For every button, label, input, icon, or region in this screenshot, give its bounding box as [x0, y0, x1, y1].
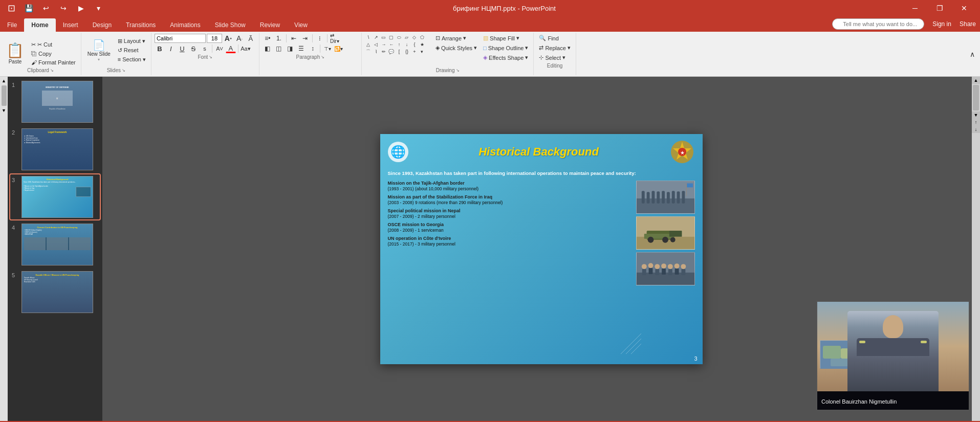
- cut-button[interactable]: ✂ ✂ Cut: [29, 40, 78, 49]
- shape-triangle[interactable]: △: [365, 41, 372, 48]
- slide-scroll-up[interactable]: ▲: [1, 77, 7, 84]
- copy-button[interactable]: ⿻ Copy: [29, 50, 78, 58]
- ribbon-collapse-button[interactable]: ∧: [967, 50, 977, 59]
- shape-brace[interactable]: {}: [403, 48, 410, 55]
- canvas-scroll-next[interactable]: ↓: [972, 126, 980, 133]
- char-spacing-button[interactable]: AV: [214, 44, 225, 53]
- redo-button[interactable]: ↪: [56, 1, 71, 15]
- canvas-scroll-up[interactable]: ▲: [972, 77, 980, 84]
- canvas-scroll-down[interactable]: ▼: [972, 112, 980, 119]
- tab-animations[interactable]: Animations: [163, 18, 207, 32]
- drawing-expand-icon[interactable]: ↘: [456, 68, 460, 73]
- present-button[interactable]: ▶: [74, 1, 88, 15]
- layout-button[interactable]: ⊞ Layout ▾: [116, 37, 148, 46]
- shape-curly[interactable]: {: [411, 41, 418, 48]
- replace-button[interactable]: ⇄ Replace ▾: [537, 43, 572, 52]
- shape-rtriangle[interactable]: ◁: [373, 41, 380, 48]
- reset-button[interactable]: ↺ Reset: [116, 46, 148, 55]
- shape-curve[interactable]: ⌇: [373, 48, 380, 55]
- shape-parallelogram[interactable]: ▱: [403, 34, 410, 41]
- justify-button[interactable]: ☰: [296, 44, 307, 53]
- share-button[interactable]: Share: [955, 19, 980, 29]
- shape-diamond[interactable]: ◇: [411, 34, 418, 41]
- text-direction-button[interactable]: ⇄ Dir▾: [330, 34, 340, 43]
- bullets-button[interactable]: ≡•: [263, 34, 273, 43]
- section-button[interactable]: ≡ Section ▾: [116, 55, 148, 64]
- font-size-input[interactable]: [207, 34, 222, 43]
- close-button[interactable]: ✕: [952, 0, 976, 16]
- strikethrough-button[interactable]: S: [188, 44, 199, 53]
- slide-scroll-down[interactable]: ▼: [1, 107, 7, 114]
- underline-button[interactable]: U: [177, 44, 187, 53]
- slide-thumb-3[interactable]: 3 Historical Background Since 1993, Kaza…: [10, 174, 100, 219]
- align-text-button[interactable]: ⊤▾: [322, 44, 333, 53]
- tab-file[interactable]: File: [0, 18, 24, 32]
- qat-dropdown[interactable]: ▾: [91, 1, 105, 15]
- shape-arrow-l[interactable]: ←: [388, 41, 395, 48]
- undo-button[interactable]: ↩: [39, 1, 53, 15]
- slide-panel-scrollbar[interactable]: ▲ ▼: [0, 77, 8, 421]
- shape-plus[interactable]: +: [411, 48, 418, 55]
- clipboard-expand-icon[interactable]: ↘: [50, 68, 54, 73]
- shape-arrow-r[interactable]: →: [380, 41, 387, 48]
- arrange-button[interactable]: ⊡ Arrange ▾: [433, 34, 479, 42]
- shape-fill-button[interactable]: ▧ Shape Fill ▾: [481, 34, 530, 42]
- tab-review[interactable]: Review: [253, 18, 287, 32]
- decrease-font-button[interactable]: A-: [234, 34, 245, 43]
- shape-callout[interactable]: 💬: [388, 48, 395, 55]
- canvas-scroll-thumb[interactable]: [973, 85, 979, 110]
- find-button[interactable]: 🔍 Find: [537, 34, 572, 42]
- align-right-button[interactable]: ◨: [285, 44, 295, 53]
- shape-rect[interactable]: ▭: [380, 34, 387, 41]
- slide-thumb-5[interactable]: 5 Kazakh Officer / Women in UN Peacekeep…: [10, 270, 100, 315]
- line-spacing-button[interactable]: ↕: [308, 44, 318, 53]
- shape-star[interactable]: ★: [419, 41, 426, 48]
- new-slide-button[interactable]: 📄 New Slide ▾: [84, 37, 114, 64]
- main-slide[interactable]: 🌐 Historical Background ★ Since 1993, Ka…: [380, 134, 703, 364]
- shape-freeform[interactable]: ✏: [380, 48, 387, 55]
- font-name-input[interactable]: [155, 34, 206, 43]
- select-button[interactable]: ⊹ Select ▾: [537, 53, 572, 62]
- align-center-button[interactable]: ◫: [274, 44, 284, 53]
- font-color-dropdown[interactable]: A: [226, 44, 236, 53]
- canvas-scroll-prev[interactable]: ↑: [972, 119, 980, 126]
- tab-home[interactable]: Home: [24, 18, 55, 32]
- shadow-button[interactable]: s: [200, 44, 210, 53]
- slide-thumb-1[interactable]: 1 MINISTRY OF DEFENSE 🏛 Republic of Kaza…: [10, 79, 100, 124]
- canvas-scrollbar[interactable]: ▲ ▼ ↑ ↓: [972, 77, 980, 421]
- tab-design[interactable]: Design: [85, 18, 119, 32]
- increase-font-button[interactable]: A+: [223, 34, 233, 43]
- decrease-indent-button[interactable]: ⇤: [289, 34, 299, 43]
- paragraph-expand-icon[interactable]: ↘: [321, 55, 324, 59]
- bold-button[interactable]: B: [155, 44, 165, 53]
- quick-styles-button[interactable]: ◈ Quick Styles ▾: [433, 43, 479, 52]
- tab-transitions[interactable]: Transitions: [119, 18, 163, 32]
- smartart-button[interactable]: 🔁▾: [334, 44, 344, 53]
- save-button[interactable]: 💾: [21, 1, 36, 15]
- tab-slideshow[interactable]: Slide Show: [208, 18, 253, 32]
- numbering-button[interactable]: 1.: [274, 34, 284, 43]
- clear-format-button[interactable]: Ã: [246, 34, 256, 43]
- shape-arrow-d[interactable]: ↓: [403, 41, 410, 48]
- signin-button[interactable]: Sign in: [928, 19, 955, 29]
- tellme-input[interactable]: [832, 18, 924, 30]
- slide-thumb-4[interactable]: 4 Current Contribution to UN Peacekeepin…: [10, 222, 100, 267]
- columns-button[interactable]: ⫶: [315, 34, 325, 43]
- format-painter-button[interactable]: 🖌 Format Painter: [29, 58, 78, 66]
- shape-bracket[interactable]: [: [396, 48, 403, 55]
- font-expand-icon[interactable]: ↘: [209, 55, 212, 59]
- minimize-button[interactable]: ─: [903, 0, 927, 16]
- slide-thumb-2[interactable]: 2 Legal Framework ★ UN Charter ★ Interna…: [10, 127, 100, 172]
- shape-pentagon[interactable]: ⬠: [419, 34, 426, 41]
- shape-arrow-u[interactable]: ↑: [396, 41, 403, 48]
- shape-outline-button[interactable]: □ Shape Outline ▾: [481, 43, 530, 52]
- tab-view[interactable]: View: [287, 18, 315, 32]
- restore-button[interactable]: ❐: [928, 0, 951, 16]
- align-left-button[interactable]: ◧: [263, 44, 273, 53]
- paste-button[interactable]: 📋 Paste: [3, 40, 27, 66]
- change-case-button[interactable]: Aa▾: [241, 44, 251, 53]
- shape-arc[interactable]: ⌒: [365, 48, 372, 55]
- shape-arrow[interactable]: ↗: [373, 34, 380, 41]
- italic-button[interactable]: I: [166, 44, 176, 53]
- shape-rounded-rect[interactable]: ▢: [388, 34, 395, 41]
